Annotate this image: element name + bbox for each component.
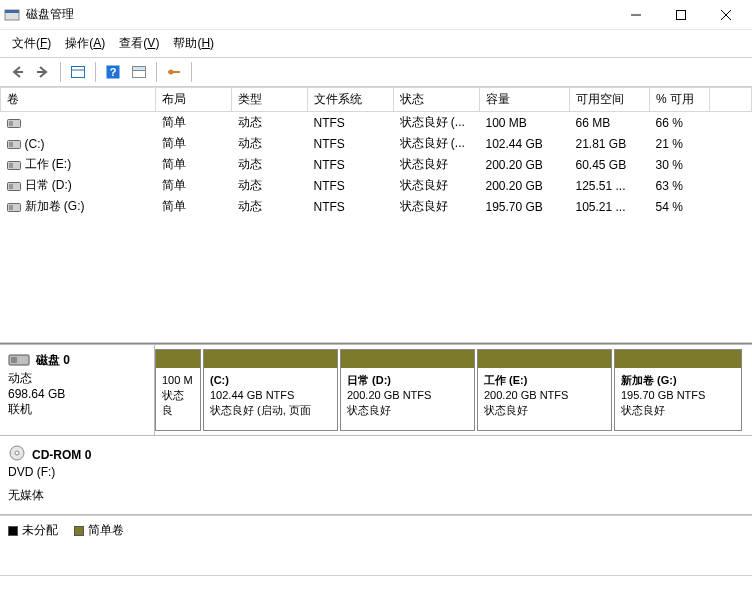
separator <box>60 62 61 82</box>
disk-name: 磁盘 0 <box>36 352 70 369</box>
partition[interactable]: 新加卷 (G:)195.70 GB NTFS状态良好 <box>614 349 742 431</box>
col-status[interactable]: 状态 <box>394 88 480 112</box>
svg-rect-27 <box>11 357 17 363</box>
unallocated-swatch <box>8 526 18 536</box>
disk-size: 698.64 GB <box>8 387 146 401</box>
separator <box>95 62 96 82</box>
show-hide-console-button[interactable] <box>67 61 89 83</box>
forward-button[interactable] <box>32 61 54 83</box>
window-title: 磁盘管理 <box>26 6 613 23</box>
legend-unallocated: 未分配 <box>8 522 58 539</box>
menu-help[interactable]: 帮助(H) <box>167 32 220 55</box>
svg-point-15 <box>169 70 174 75</box>
cdrom-name: CD-ROM 0 <box>32 448 91 462</box>
disk-online: 联机 <box>8 401 146 418</box>
volume-icon <box>7 138 21 150</box>
col-volume[interactable]: 卷 <box>1 88 156 112</box>
cdrom-status: 无媒体 <box>8 487 744 504</box>
svg-rect-3 <box>676 10 685 19</box>
col-fs[interactable]: 文件系统 <box>308 88 394 112</box>
col-free[interactable]: 可用空间 <box>570 88 650 112</box>
disk-row[interactable]: 磁盘 0 动态 698.64 GB 联机 100 M状态良(C:)102.44 … <box>0 344 752 436</box>
volume-icon <box>7 201 21 213</box>
simple-swatch <box>74 526 84 536</box>
window-controls <box>613 1 748 29</box>
svg-rect-23 <box>9 184 13 189</box>
table-row[interactable]: 工作 (E:)简单动态NTFS状态良好200.20 GB60.45 GB30 % <box>1 154 752 175</box>
partition[interactable]: 日常 (D:)200.20 GB NTFS状态良好 <box>340 349 475 431</box>
volume-table[interactable]: 卷 布局 类型 文件系统 状态 容量 可用空间 % 可用 简单动态NTFS状态良… <box>0 87 752 343</box>
menubar: 文件(F) 操作(A) 查看(V) 帮助(H) <box>0 30 752 58</box>
disk-dynamic-label: 动态 <box>8 370 146 387</box>
cdrom-drive: DVD (F:) <box>8 465 744 479</box>
partition[interactable]: (C:)102.44 GB NTFS状态良好 (启动, 页面 <box>203 349 338 431</box>
menu-file[interactable]: 文件(F) <box>6 32 57 55</box>
separator <box>156 62 157 82</box>
col-pctfree[interactable]: % 可用 <box>650 88 710 112</box>
table-row[interactable]: 日常 (D:)简单动态NTFS状态良好200.20 GB125.51 ...63… <box>1 175 752 196</box>
app-icon <box>4 7 20 23</box>
svg-rect-17 <box>9 121 13 126</box>
svg-rect-8 <box>72 67 85 78</box>
partition[interactable]: 工作 (E:)200.20 GB NTFS状态良好 <box>477 349 612 431</box>
back-button[interactable] <box>6 61 28 83</box>
toolbar: ? <box>0 58 752 87</box>
view-top-button[interactable] <box>128 61 150 83</box>
svg-rect-21 <box>9 163 13 168</box>
disk-graphical-pane[interactable]: 磁盘 0 动态 698.64 GB 联机 100 M状态良(C:)102.44 … <box>0 343 752 575</box>
col-layout[interactable]: 布局 <box>156 88 232 112</box>
partition[interactable]: 100 M状态良 <box>155 349 201 431</box>
disk-icon <box>8 351 30 370</box>
cdrom-icon <box>8 444 26 465</box>
svg-rect-19 <box>9 142 13 147</box>
svg-rect-1 <box>5 10 19 13</box>
titlebar: 磁盘管理 <box>0 0 752 30</box>
volume-icon <box>7 117 21 129</box>
close-button[interactable] <box>703 1 748 29</box>
properties-button[interactable] <box>163 61 185 83</box>
separator <box>191 62 192 82</box>
volume-icon <box>7 159 21 171</box>
volume-icon <box>7 180 21 192</box>
legend: 未分配 简单卷 <box>0 515 752 545</box>
svg-rect-13 <box>133 67 146 71</box>
legend-simple: 简单卷 <box>74 522 124 539</box>
svg-rect-25 <box>9 205 13 210</box>
cdrom-row[interactable]: CD-ROM 0 DVD (F:) 无媒体 <box>0 436 752 515</box>
menu-view[interactable]: 查看(V) <box>113 32 165 55</box>
help-button[interactable]: ? <box>102 61 124 83</box>
svg-text:?: ? <box>110 66 117 78</box>
table-header: 卷 布局 类型 文件系统 状态 容量 可用空间 % 可用 <box>1 88 752 112</box>
table-row[interactable]: 简单动态NTFS状态良好 (...100 MB66 MB66 % <box>1 112 752 134</box>
table-row[interactable]: (C:)简单动态NTFS状态良好 (...102.44 GB21.81 GB21… <box>1 133 752 154</box>
menu-action[interactable]: 操作(A) <box>59 32 111 55</box>
svg-point-29 <box>15 451 19 455</box>
minimize-button[interactable] <box>613 1 658 29</box>
disk-partitions: 100 M状态良(C:)102.44 GB NTFS状态良好 (启动, 页面日常… <box>155 345 752 435</box>
col-capacity[interactable]: 容量 <box>480 88 570 112</box>
maximize-button[interactable] <box>658 1 703 29</box>
col-spacer <box>710 88 752 112</box>
table-row[interactable]: 新加卷 (G:)简单动态NTFS状态良好195.70 GB105.21 ...5… <box>1 196 752 217</box>
disk-label[interactable]: 磁盘 0 动态 698.64 GB 联机 <box>0 345 155 435</box>
statusbar <box>0 575 752 593</box>
col-type[interactable]: 类型 <box>232 88 308 112</box>
